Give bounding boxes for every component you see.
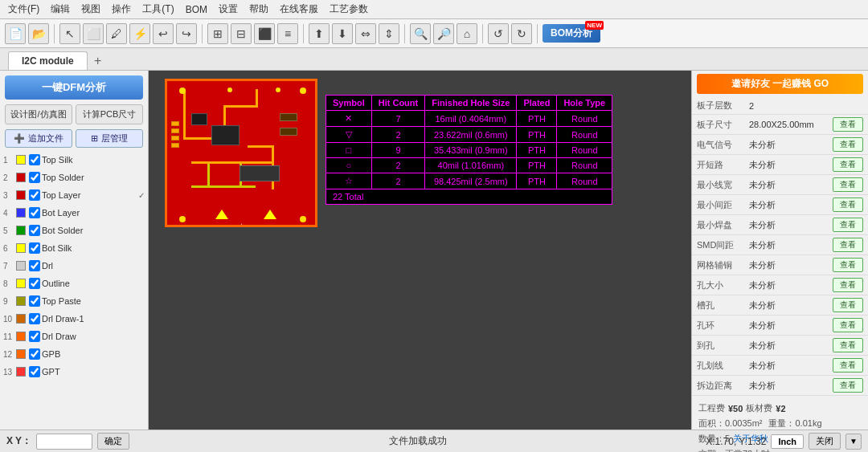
layer-visible-10[interactable] [29, 331, 40, 342]
layer-visible-6[interactable] [29, 260, 40, 271]
layer-visible-8[interactable] [29, 295, 40, 307]
menu-process-params[interactable]: 工艺参数 [325, 1, 373, 18]
layer-row-1[interactable]: 2 Top Solder [0, 169, 148, 186]
right-value-10: 未分析 [749, 299, 833, 312]
open-file-btn[interactable]: 📂 [28, 23, 49, 44]
layer-row-5[interactable]: 6 Bot Silk [0, 239, 148, 257]
pcb-size-btn[interactable]: 计算PCB尺寸 [76, 104, 143, 124]
layer-name-6: Drl [42, 261, 145, 271]
query-btn-4[interactable]: 查看 [833, 177, 863, 192]
layer-visible-11[interactable] [29, 348, 40, 360]
layer-toolbar: ➕ 追加文件 ⊞ 层管理 [5, 129, 143, 148]
query-btn-7[interactable]: 查看 [833, 238, 863, 252]
layer-row-9[interactable]: 10 Drl Draw-1 [0, 310, 148, 328]
query-btn-8[interactable]: 查看 [833, 258, 863, 272]
query-btn-5[interactable]: 查看 [833, 197, 863, 212]
toolbar-sep-6 [537, 24, 538, 43]
layer-visible-1[interactable] [29, 172, 40, 183]
confirm-btn[interactable]: 确定 [97, 433, 129, 450]
menu-file[interactable]: 文件(F) [3, 1, 44, 18]
layer-row-3[interactable]: 4 Bot Layer [0, 204, 148, 222]
menu-settings[interactable]: 设置 [214, 1, 243, 18]
tool-btn-3[interactable]: 🖊 [106, 23, 127, 44]
tool-btn-2[interactable]: ⬜ [83, 23, 104, 44]
sim-design-btn[interactable]: 设计图/仿真图 [5, 104, 72, 124]
close-btn[interactable]: 关闭 [809, 433, 841, 450]
right-row-3: 开短路 未分析 查看 [692, 155, 868, 175]
layer-row-6[interactable]: 7 Drl [0, 257, 148, 275]
query-btn-9[interactable]: 查看 [833, 278, 863, 292]
query-btn-10[interactable]: 查看 [833, 298, 863, 312]
drill-row-3: ○ 2 40mil (1.016mm) PTH Round [326, 158, 612, 173]
layer-mgr-btn[interactable]: ⊞ 层管理 [76, 129, 143, 148]
export-btn[interactable]: ⬇ [332, 23, 353, 44]
menu-bom[interactable]: BOM [181, 2, 212, 17]
dfm-analysis-btn[interactable]: 一键DFM分析 [5, 75, 143, 100]
undo-btn[interactable]: ↩ [153, 23, 174, 44]
layer-visible-12[interactable] [29, 366, 40, 377]
layer-btn[interactable]: ⬛ [254, 23, 275, 44]
tab-i2c-module[interactable]: I2C module [8, 51, 88, 70]
query-btn-2[interactable]: 查看 [833, 137, 863, 152]
new-file-btn[interactable]: 📄 [5, 23, 26, 44]
dropdown-arrow-btn[interactable]: ▼ [845, 434, 862, 450]
query-btn-13[interactable]: 查看 [833, 358, 863, 373]
layer-row-11[interactable]: 12 GPB [0, 345, 148, 363]
redo-btn[interactable]: ↪ [176, 23, 197, 44]
layer-visible-2[interactable] [29, 189, 40, 201]
query-btn-3[interactable]: 查看 [833, 157, 863, 172]
add-file-btn[interactable]: ➕ 追加文件 [5, 129, 72, 148]
layer-row-7[interactable]: 8 Outline [0, 275, 148, 292]
query-btn-11[interactable]: 查看 [833, 318, 863, 332]
menu-view[interactable]: 视图 [76, 1, 105, 18]
pcb-board: + [165, 79, 317, 227]
layer-row-2[interactable]: 3 Top Layer ✓ [0, 186, 148, 204]
drill-size-1: 23.622mil (0.6mm) [425, 127, 517, 143]
menu-online-service[interactable]: 在线客服 [275, 1, 323, 18]
unit-btn[interactable]: Inch [771, 434, 804, 449]
canvas-area[interactable]: + Symbol Hit Count Finished Hole Size Pl… [149, 71, 691, 430]
layer-visible-4[interactable] [29, 225, 40, 236]
layer-color-8 [16, 296, 26, 306]
rotate-ccw-btn[interactable]: ↺ [488, 23, 509, 44]
mirror-btn[interactable]: ⇕ [379, 23, 399, 44]
import-btn[interactable]: ⬆ [309, 23, 330, 44]
layer-visible-7[interactable] [29, 278, 40, 289]
comp-btn[interactable]: ≡ [277, 23, 298, 44]
zoom-in-btn[interactable]: 🔍 [410, 23, 431, 44]
drill-plated-2: PTH [517, 143, 557, 158]
invite-banner[interactable]: 邀请好友 一起赚钱 GO [697, 74, 863, 94]
layer-row-0[interactable]: 1 Top Silk [0, 151, 148, 169]
layer-row-12[interactable]: 13 GPT [0, 363, 148, 381]
align-btn[interactable]: ⇔ [355, 23, 376, 44]
layer-visible-3[interactable] [29, 207, 40, 218]
menu-tools[interactable]: 工具(T) [137, 1, 178, 18]
bom-analysis-btn[interactable]: BOM分析 NEW [542, 24, 600, 43]
layer-visible-5[interactable] [29, 242, 40, 254]
query-btn-1[interactable]: 查看 [833, 117, 863, 132]
grid-btn-2[interactable]: ⊟ [231, 23, 252, 44]
layer-row-4[interactable]: 5 Bot Solder [0, 222, 148, 239]
coord-input[interactable] [36, 434, 92, 450]
rotate-cw-btn[interactable]: ↻ [511, 23, 532, 44]
layer-row-8[interactable]: 9 Top Paste [0, 292, 148, 310]
layer-visible-9[interactable] [29, 313, 40, 324]
menu-help[interactable]: 帮助 [244, 1, 273, 18]
drill-symbol-1: ▽ [326, 127, 372, 143]
query-btn-6[interactable]: 查看 [833, 218, 863, 232]
tab-add-btn[interactable]: + [89, 52, 107, 70]
menu-edit[interactable]: 编辑 [46, 1, 75, 18]
query-btn-12[interactable]: 查看 [833, 338, 863, 352]
layer-row-10[interactable]: 11 Drl Draw [0, 328, 148, 345]
fit-btn[interactable]: ⌂ [457, 23, 477, 44]
layer-name-2: Top Layer [42, 190, 138, 200]
query-btn-14[interactable]: 查看 [833, 378, 863, 393]
menu-operate[interactable]: 操作 [107, 1, 136, 18]
tool-btn-4[interactable]: ⚡ [129, 23, 150, 44]
grid-btn[interactable]: ⊞ [207, 23, 228, 44]
zoom-out-btn[interactable]: 🔎 [433, 23, 454, 44]
drill-hitcount-1: 2 [371, 127, 424, 143]
select-btn[interactable]: ↖ [59, 23, 80, 44]
layer-visible-0[interactable] [29, 154, 40, 165]
drill-type-0: Round [557, 111, 612, 127]
